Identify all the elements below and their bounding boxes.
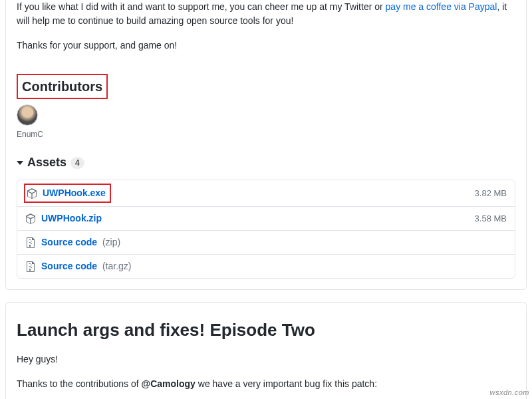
asset-row[interactable]: Source code (zip) (17, 230, 515, 254)
asset-link[interactable]: UWPHook.zip (41, 211, 102, 225)
release-title: Launch args and fixes! Episode Two (17, 317, 515, 343)
paypal-link[interactable]: pay me a coffee via Paypal (386, 1, 497, 12)
thanks-suffix: we have a very important bug fix this pa… (196, 378, 377, 389)
chevron-down-icon (17, 161, 23, 165)
asset-suffix: (zip) (102, 237, 120, 247)
avatar (17, 104, 38, 126)
intro-line-1-prefix: If you like what I did with it and want … (17, 1, 386, 12)
release-greeting: Hey guys! (17, 352, 515, 366)
asset-size: 3.82 MB (475, 187, 507, 200)
mention[interactable]: @Camology (142, 378, 196, 389)
assets-toggle[interactable]: Assets 4 (17, 154, 515, 172)
asset-row[interactable]: UWPHook.exe 3.82 MB (17, 180, 515, 206)
watermark: wsxdn.com (489, 387, 529, 398)
package-icon (27, 188, 37, 199)
assets-list: UWPHook.exe 3.82 MB UWPHook.zip 3.58 MB … (17, 180, 515, 279)
assets-title: Assets (27, 154, 66, 172)
intro-text: If you like what I did with it and want … (17, 0, 515, 53)
contributor[interactable]: EnumC (17, 104, 43, 140)
asset-size: 3.58 MB (475, 212, 507, 225)
asset-link[interactable]: Source code (41, 237, 97, 247)
release-card-1: If you like what I did with it and want … (5, 0, 527, 290)
assets-count-badge: 4 (70, 157, 84, 169)
release-thanks-line: Thanks to the contributions of @Camology… (17, 377, 515, 391)
asset-link[interactable]: Source code (41, 261, 97, 271)
asset-row[interactable]: UWPHook.zip 3.58 MB (17, 206, 515, 230)
intro-thanks: Thanks for your support, and game on! (17, 39, 515, 53)
asset-link[interactable]: UWPHook.exe (43, 186, 106, 200)
package-icon (25, 213, 36, 224)
zip-icon (25, 237, 36, 248)
contributors-heading: Contributors (22, 76, 102, 96)
release-card-2: Launch args and fixes! Episode Two Hey g… (5, 302, 527, 399)
asset-highlight: UWPHook.exe (24, 184, 111, 203)
contributor-name: EnumC (17, 128, 43, 140)
zip-icon (25, 261, 36, 272)
thanks-prefix: Thanks to the contributions of (17, 378, 142, 389)
asset-row[interactable]: Source code (tar.gz) (17, 254, 515, 278)
asset-suffix: (tar.gz) (102, 261, 132, 271)
contributors-heading-highlight: Contributors (17, 74, 108, 99)
